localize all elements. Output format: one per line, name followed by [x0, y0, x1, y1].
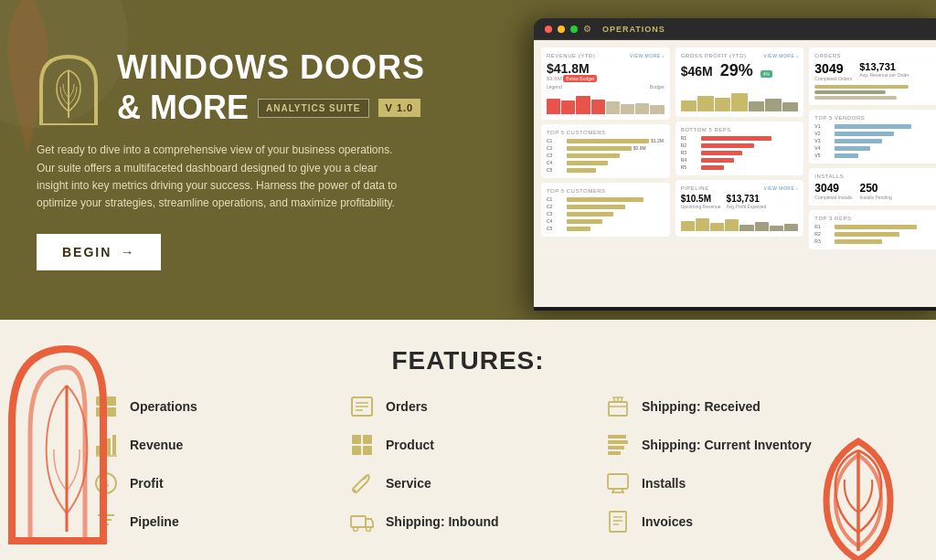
bottom-reps-card: Bottom 5 Reps R1 R2 R3 R4 R5: [675, 122, 804, 175]
feature-product: Product: [349, 432, 587, 458]
box-icon: [349, 432, 375, 458]
features-container: FEATURES: Operations: [57, 328, 879, 553]
brand-name-line1: WINDOWS DOORS: [117, 49, 425, 86]
hero-content: WINDOWS DOORS & MORE ANALYTICS SUITE V 1…: [37, 49, 475, 270]
begin-label: BEGIN: [62, 245, 112, 259]
service-label: Service: [386, 476, 431, 491]
svg-rect-38: [610, 512, 626, 532]
svg-point-26: [354, 526, 358, 531]
installs-label: Installs: [642, 476, 686, 491]
brand-logo: [37, 52, 101, 125]
svg-rect-22: [363, 446, 372, 455]
top-customers-card2: Top 5 Customers C1 C2 C3 C4 C5: [541, 183, 670, 237]
arrow-icon: →: [121, 245, 135, 259]
features-col2: Orders Product: [349, 394, 587, 534]
gear-icon: ⚙: [583, 24, 591, 34]
installs-card: Installs 3049 Completed Installs 250 Ins…: [809, 168, 936, 206]
feature-orders: Orders: [349, 394, 587, 419]
deco-left: [0, 320, 128, 560]
features-title: FEATURES:: [93, 346, 843, 375]
install-icon: [605, 470, 631, 496]
dashboard-mockup: ⚙ OPERATIONS Revenue (YTD) View more › $…: [534, 18, 936, 311]
orders-label: Orders: [386, 399, 428, 414]
list-icon: [349, 394, 375, 419]
svg-rect-31: [608, 446, 624, 449]
feature-pipeline: Pipeline: [93, 509, 331, 534]
bars-icon: [605, 432, 631, 458]
shipping-inventory-label: Shipping: Current Inventory: [642, 438, 812, 452]
product-label: Product: [386, 438, 434, 452]
top-customers-card: Top 5 Customers C1$1.2M C2$0.9M C3 C4 C5: [541, 124, 670, 178]
operations-label: Operations: [130, 399, 197, 414]
svg-rect-28: [609, 402, 627, 416]
svg-rect-19: [352, 435, 361, 444]
shipping-inbound-label: Shipping: Inbound: [386, 514, 499, 529]
brand-title-block: WINDOWS DOORS & MORE ANALYTICS SUITE V 1…: [117, 49, 425, 128]
features-grid: Operations Revenue: [93, 394, 843, 534]
svg-point-23: [354, 489, 356, 491]
svg-point-27: [367, 526, 371, 531]
brand-name-line2: & MORE: [117, 89, 249, 127]
feature-shipping-inbound: Shipping: Inbound: [349, 509, 587, 534]
orders-card: Orders 3049 Completed Orders $13,731 Avg…: [809, 48, 936, 105]
svg-rect-25: [351, 516, 366, 527]
feature-service: Service: [349, 470, 587, 496]
svg-rect-33: [608, 435, 626, 438]
profit-label: Profit: [130, 476, 164, 491]
feature-operations: Operations: [93, 394, 331, 419]
features-section: FEATURES: Operations: [0, 320, 936, 560]
gross-profit-card: Gross Profit (YTD) View more › $46M 29% …: [675, 48, 804, 117]
top-vendors-card: Top 5 Vendors V1 V2 V3 V4 V5: [809, 110, 936, 164]
invoice-icon: [605, 509, 631, 534]
svg-rect-34: [608, 474, 628, 489]
logo-title-row: WINDOWS DOORS & MORE ANALYTICS SUITE V 1…: [37, 49, 475, 128]
invoices-label: Invoices: [642, 514, 693, 529]
pipeline-label: Pipeline: [130, 514, 179, 529]
svg-rect-32: [608, 451, 621, 455]
begin-button[interactable]: BEGIN →: [37, 234, 161, 270]
deco-right: [790, 432, 927, 560]
hero-section: WINDOWS DOORS & MORE ANALYTICS SUITE V 1…: [0, 0, 936, 320]
pipeline-card: Pipeline View more › $10.5MUpcoming Reve…: [675, 180, 804, 237]
shipping-received-label: Shipping: Received: [642, 399, 760, 414]
features-col1: Operations Revenue: [93, 394, 331, 534]
dashboard-title: OPERATIONS: [602, 25, 665, 34]
truck-icon: [349, 509, 375, 534]
svg-rect-21: [352, 446, 361, 455]
version-badge: V 1.0: [378, 99, 421, 117]
feature-shipping-received: Shipping: Received: [605, 394, 843, 419]
wrench-icon: [349, 470, 375, 496]
package-icon: [605, 394, 631, 419]
svg-rect-30: [608, 440, 628, 444]
hero-description: Get ready to dive into a comprehensive v…: [37, 142, 402, 212]
analytics-badge: ANALYTICS SUITE: [258, 99, 369, 118]
revenue-label: Revenue: [130, 438, 183, 452]
feature-revenue: Revenue: [93, 432, 331, 458]
top-reps-card: Top 3 Reps R1 R2 R3: [809, 210, 936, 249]
revenue-card: Revenue (YTD) View more › $41.8M $3.6M B…: [541, 48, 670, 120]
svg-rect-20: [363, 435, 372, 444]
feature-profit: $ Profit: [93, 470, 331, 496]
